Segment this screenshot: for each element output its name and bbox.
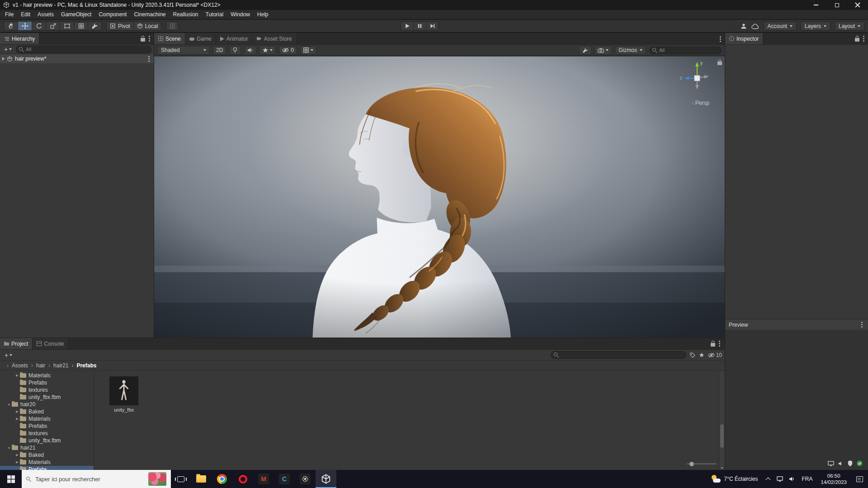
gizmos-dropdown[interactable]: Gizmos bbox=[615, 46, 646, 55]
project-tree-item[interactable]: textures bbox=[0, 430, 94, 437]
project-tree-item[interactable]: Materials bbox=[0, 459, 94, 466]
custom-tool-button[interactable] bbox=[88, 21, 102, 31]
draw-mode-dropdown[interactable]: Shaded bbox=[157, 46, 210, 55]
move-tool-button[interactable] bbox=[18, 21, 32, 31]
menu-item[interactable]: Cinemachine bbox=[130, 10, 169, 19]
grid-snap-button[interactable] bbox=[166, 21, 179, 31]
keyboard-language[interactable]: FRA bbox=[797, 470, 816, 488]
search-highlight-image[interactable] bbox=[148, 472, 166, 486]
tab-inspector[interactable]: Inspector bbox=[725, 33, 763, 44]
project-tree-item[interactable]: Prefabs bbox=[0, 466, 94, 470]
layout-dropdown[interactable]: Layout bbox=[835, 21, 864, 31]
2d-toggle[interactable]: 2D bbox=[213, 46, 226, 55]
rect-tool-button[interactable] bbox=[60, 21, 74, 31]
hierarchy-create-button[interactable] bbox=[2, 46, 14, 53]
view-tab[interactable]: Asset Store bbox=[253, 33, 297, 44]
project-menu-button[interactable] bbox=[717, 340, 722, 347]
scene-3d-render[interactable] bbox=[154, 56, 725, 338]
project-tree-item[interactable]: Baked bbox=[0, 408, 94, 415]
foldout-arrow[interactable] bbox=[14, 410, 20, 413]
project-tree-item[interactable]: Prefabs bbox=[0, 422, 94, 430]
breadcrumb-item[interactable]: hair21 bbox=[45, 362, 68, 369]
breadcrumb-item[interactable]: hair bbox=[28, 362, 45, 369]
breadcrumb-item[interactable]: Prefabs bbox=[68, 362, 96, 369]
hand-tool-button[interactable] bbox=[4, 21, 18, 31]
volume-tray-button[interactable] bbox=[786, 470, 797, 488]
asset-thumbnail[interactable] bbox=[109, 376, 138, 405]
scene-search[interactable] bbox=[649, 47, 722, 54]
taskbar-app-explorer[interactable] bbox=[191, 470, 212, 488]
layers-dropdown[interactable]: Layers bbox=[801, 21, 830, 31]
foldout-arrow[interactable] bbox=[14, 417, 20, 421]
view-tab[interactable]: Project bbox=[0, 338, 33, 349]
rotate-tool-button[interactable] bbox=[32, 21, 46, 31]
taskbar-app-unity-editor[interactable] bbox=[316, 470, 336, 488]
action-center-button[interactable] bbox=[851, 470, 868, 488]
foldout-arrow[interactable] bbox=[6, 446, 12, 450]
project-lock-icon[interactable] bbox=[711, 343, 715, 347]
show-hidden-icons-button[interactable] bbox=[762, 470, 774, 488]
camera-settings-dropdown[interactable] bbox=[594, 46, 612, 55]
asset-item[interactable]: unity_fbx bbox=[105, 376, 143, 413]
hierarchy-search-input[interactable] bbox=[26, 47, 148, 52]
pivot-toggle[interactable]: Pivot bbox=[106, 21, 133, 31]
local-toggle[interactable]: Local bbox=[133, 21, 162, 31]
breadcrumb-item[interactable]: Assets bbox=[4, 362, 28, 369]
foldout-arrow[interactable] bbox=[2, 57, 5, 61]
play-button[interactable] bbox=[401, 21, 413, 31]
step-button[interactable] bbox=[426, 21, 439, 31]
taskbar-app-opera[interactable] bbox=[232, 470, 253, 488]
project-tree-item[interactable]: unity_fbx.fbm bbox=[0, 394, 94, 401]
foldout-arrow[interactable] bbox=[14, 374, 20, 377]
tab-hierarchy[interactable]: Hierarchy bbox=[0, 33, 39, 44]
foldout-arrow[interactable] bbox=[6, 403, 12, 406]
scene-search-input[interactable] bbox=[659, 47, 718, 53]
collab-button[interactable] bbox=[740, 23, 747, 30]
scale-tool-button[interactable] bbox=[46, 21, 60, 31]
project-search[interactable] bbox=[551, 351, 686, 359]
view-tab[interactable]: Scene bbox=[154, 33, 185, 44]
effects-dropdown[interactable] bbox=[259, 46, 276, 55]
project-tree-item[interactable]: hair20 bbox=[0, 401, 94, 408]
taskbar-search[interactable] bbox=[22, 470, 171, 488]
start-button[interactable] bbox=[0, 470, 22, 488]
account-dropdown[interactable]: Account bbox=[764, 21, 797, 31]
project-tree-item[interactable]: Materials bbox=[0, 372, 94, 379]
hierarchy-scene-row[interactable]: hair preview* bbox=[0, 54, 154, 63]
foldout-arrow[interactable] bbox=[14, 460, 20, 464]
scene-lock-icon[interactable] bbox=[717, 61, 722, 65]
project-tree-item[interactable]: Baked bbox=[0, 451, 94, 459]
taskbar-app-chrome[interactable] bbox=[212, 470, 232, 488]
view-tab[interactable]: Game bbox=[185, 33, 216, 44]
shield-tray-icon[interactable] bbox=[848, 460, 853, 466]
menu-item[interactable]: GameObject bbox=[57, 10, 95, 19]
scene-viewport[interactable]: y z Persp bbox=[154, 56, 725, 338]
taskbar-clock[interactable]: 06:50 14/02/2023 bbox=[816, 470, 851, 488]
search-by-label-button[interactable] bbox=[690, 352, 695, 358]
transform-tool-button[interactable] bbox=[74, 21, 88, 31]
panel-menu-button[interactable] bbox=[147, 35, 152, 42]
task-view-button[interactable] bbox=[171, 470, 191, 488]
menu-item[interactable]: File bbox=[1, 10, 17, 19]
minimize-button[interactable] bbox=[806, 0, 826, 10]
inspector-lock-icon[interactable] bbox=[855, 38, 859, 42]
project-tree-item[interactable]: textures bbox=[0, 386, 94, 394]
project-tree-item[interactable]: hair21 bbox=[0, 444, 94, 451]
hierarchy-search[interactable] bbox=[16, 46, 151, 53]
taskbar-app-c[interactable] bbox=[274, 470, 295, 488]
preview-menu-button[interactable] bbox=[859, 321, 864, 328]
speaker-tray-icon[interactable] bbox=[838, 461, 844, 466]
menu-item[interactable]: Help bbox=[254, 10, 272, 19]
taskbar-search-input[interactable] bbox=[35, 476, 144, 483]
menu-item[interactable]: Tutorial bbox=[202, 10, 227, 19]
scene-row-menu[interactable] bbox=[146, 56, 151, 62]
maximize-button[interactable] bbox=[826, 0, 847, 10]
project-tree-item[interactable]: Materials bbox=[0, 415, 94, 422]
weather-widget[interactable]: 7°C Éclaircies bbox=[707, 470, 763, 488]
taskbar-app-unity-hub[interactable] bbox=[295, 470, 316, 488]
network-tray-button[interactable] bbox=[774, 470, 786, 488]
project-tree-item[interactable]: unity_fbx.fbm bbox=[0, 437, 94, 444]
project-content-area[interactable]: unity_fbx bbox=[94, 371, 725, 470]
monitor-tray-icon[interactable] bbox=[828, 461, 834, 466]
slider-thumb[interactable] bbox=[689, 462, 694, 466]
